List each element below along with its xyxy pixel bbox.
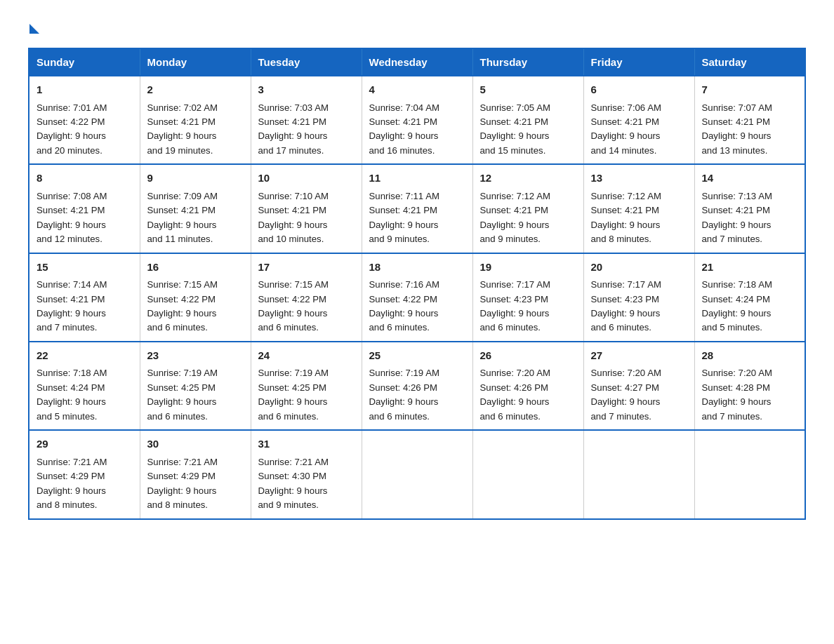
day-number: 3	[258, 82, 355, 98]
day-number: 14	[702, 170, 798, 187]
day-number: 26	[480, 348, 576, 364]
day-number: 4	[369, 82, 465, 98]
day-number: 17	[258, 260, 355, 276]
calendar-day-cell	[362, 430, 472, 518]
calendar-day-cell: 15 Sunrise: 7:14 AMSunset: 4:21 PMDaylig…	[29, 253, 140, 342]
day-number: 5	[480, 82, 576, 98]
day-info: Sunrise: 7:06 AMSunset: 4:21 PMDaylight:…	[591, 102, 661, 156]
calendar-day-cell: 19 Sunrise: 7:17 AMSunset: 4:23 PMDaylig…	[472, 253, 583, 342]
weekday-header-saturday: Saturday	[694, 48, 805, 76]
calendar-day-cell: 22 Sunrise: 7:18 AMSunset: 4:24 PMDaylig…	[29, 342, 140, 430]
day-number: 21	[702, 260, 798, 276]
calendar-day-cell: 29 Sunrise: 7:21 AMSunset: 4:29 PMDaylig…	[29, 430, 140, 518]
day-info: Sunrise: 7:21 AMSunset: 4:29 PMDaylight:…	[37, 457, 107, 510]
day-info: Sunrise: 7:11 AMSunset: 4:21 PMDaylight:…	[369, 191, 439, 244]
day-number: 27	[591, 348, 687, 364]
calendar-day-cell: 30 Sunrise: 7:21 AMSunset: 4:29 PMDaylig…	[140, 430, 251, 518]
logo-arrow-icon	[29, 24, 39, 34]
day-info: Sunrise: 7:20 AMSunset: 4:28 PMDaylight:…	[702, 368, 772, 421]
weekday-header-thursday: Thursday	[472, 48, 583, 76]
calendar-day-cell: 6 Sunrise: 7:06 AMSunset: 4:21 PMDayligh…	[583, 76, 694, 164]
day-number: 30	[147, 436, 244, 452]
day-info: Sunrise: 7:14 AMSunset: 4:21 PMDaylight:…	[37, 279, 107, 333]
day-number: 23	[147, 348, 244, 364]
calendar-week-row: 22 Sunrise: 7:18 AMSunset: 4:24 PMDaylig…	[29, 342, 805, 430]
calendar-header: SundayMondayTuesdayWednesdayThursdayFrid…	[29, 48, 805, 76]
day-number: 10	[258, 170, 355, 187]
day-info: Sunrise: 7:01 AMSunset: 4:22 PMDaylight:…	[37, 102, 107, 156]
day-number: 1	[37, 82, 133, 98]
calendar-day-cell: 1 Sunrise: 7:01 AMSunset: 4:22 PMDayligh…	[29, 76, 140, 164]
calendar-day-cell: 21 Sunrise: 7:18 AMSunset: 4:24 PMDaylig…	[694, 253, 805, 342]
day-number: 22	[37, 348, 133, 364]
day-info: Sunrise: 7:21 AMSunset: 4:30 PMDaylight:…	[258, 457, 329, 510]
day-info: Sunrise: 7:10 AMSunset: 4:21 PMDaylight:…	[258, 191, 329, 244]
day-number: 2	[147, 82, 244, 98]
day-number: 28	[702, 348, 798, 364]
calendar-week-row: 29 Sunrise: 7:21 AMSunset: 4:29 PMDaylig…	[29, 430, 805, 518]
calendar-day-cell: 18 Sunrise: 7:16 AMSunset: 4:22 PMDaylig…	[362, 253, 472, 342]
day-info: Sunrise: 7:04 AMSunset: 4:21 PMDaylight:…	[369, 102, 439, 156]
weekday-header-row: SundayMondayTuesdayWednesdayThursdayFrid…	[29, 48, 805, 76]
day-info: Sunrise: 7:19 AMSunset: 4:25 PMDaylight:…	[147, 368, 218, 421]
calendar-day-cell: 7 Sunrise: 7:07 AMSunset: 4:21 PMDayligh…	[694, 76, 805, 164]
calendar-day-cell: 20 Sunrise: 7:17 AMSunset: 4:23 PMDaylig…	[583, 253, 694, 342]
day-info: Sunrise: 7:08 AMSunset: 4:21 PMDaylight:…	[37, 191, 107, 244]
weekday-header-monday: Monday	[140, 48, 251, 76]
calendar-day-cell: 2 Sunrise: 7:02 AMSunset: 4:21 PMDayligh…	[140, 76, 251, 164]
calendar-day-cell: 16 Sunrise: 7:15 AMSunset: 4:22 PMDaylig…	[140, 253, 251, 342]
calendar-day-cell: 9 Sunrise: 7:09 AMSunset: 4:21 PMDayligh…	[140, 164, 251, 253]
calendar-day-cell: 12 Sunrise: 7:12 AMSunset: 4:21 PMDaylig…	[472, 164, 583, 253]
calendar-table: SundayMondayTuesdayWednesdayThursdayFrid…	[28, 48, 806, 520]
calendar-day-cell: 26 Sunrise: 7:20 AMSunset: 4:26 PMDaylig…	[472, 342, 583, 430]
day-info: Sunrise: 7:16 AMSunset: 4:22 PMDaylight:…	[369, 279, 439, 333]
day-number: 11	[369, 170, 465, 187]
calendar-day-cell	[583, 430, 694, 518]
day-info: Sunrise: 7:19 AMSunset: 4:26 PMDaylight:…	[369, 368, 439, 421]
day-info: Sunrise: 7:17 AMSunset: 4:23 PMDaylight:…	[480, 279, 550, 333]
day-number: 13	[591, 170, 687, 187]
day-number: 25	[369, 348, 465, 364]
day-number: 8	[37, 170, 133, 187]
day-info: Sunrise: 7:15 AMSunset: 4:22 PMDaylight:…	[258, 279, 329, 333]
day-number: 9	[147, 170, 244, 187]
calendar-day-cell: 28 Sunrise: 7:20 AMSunset: 4:28 PMDaylig…	[694, 342, 805, 430]
day-info: Sunrise: 7:12 AMSunset: 4:21 PMDaylight:…	[591, 191, 661, 244]
day-number: 18	[369, 260, 465, 276]
day-info: Sunrise: 7:20 AMSunset: 4:27 PMDaylight:…	[591, 368, 661, 421]
day-info: Sunrise: 7:18 AMSunset: 4:24 PMDaylight:…	[702, 279, 772, 333]
calendar-day-cell: 14 Sunrise: 7:13 AMSunset: 4:21 PMDaylig…	[694, 164, 805, 253]
calendar-day-cell: 4 Sunrise: 7:04 AMSunset: 4:21 PMDayligh…	[362, 76, 472, 164]
day-number: 15	[37, 260, 133, 276]
calendar-day-cell: 23 Sunrise: 7:19 AMSunset: 4:25 PMDaylig…	[140, 342, 251, 430]
calendar-day-cell: 17 Sunrise: 7:15 AMSunset: 4:22 PMDaylig…	[251, 253, 362, 342]
calendar-day-cell: 27 Sunrise: 7:20 AMSunset: 4:27 PMDaylig…	[583, 342, 694, 430]
day-info: Sunrise: 7:17 AMSunset: 4:23 PMDaylight:…	[591, 279, 661, 333]
day-number: 24	[258, 348, 355, 364]
day-number: 6	[591, 82, 687, 98]
calendar-day-cell	[694, 430, 805, 518]
day-number: 20	[591, 260, 687, 276]
calendar-day-cell: 25 Sunrise: 7:19 AMSunset: 4:26 PMDaylig…	[362, 342, 472, 430]
page-header	[28, 21, 806, 34]
weekday-header-wednesday: Wednesday	[362, 48, 472, 76]
day-number: 31	[258, 436, 355, 452]
calendar-day-cell: 13 Sunrise: 7:12 AMSunset: 4:21 PMDaylig…	[583, 164, 694, 253]
calendar-day-cell: 3 Sunrise: 7:03 AMSunset: 4:21 PMDayligh…	[251, 76, 362, 164]
day-number: 19	[480, 260, 576, 276]
calendar-day-cell: 5 Sunrise: 7:05 AMSunset: 4:21 PMDayligh…	[472, 76, 583, 164]
calendar-day-cell	[472, 430, 583, 518]
calendar-week-row: 15 Sunrise: 7:14 AMSunset: 4:21 PMDaylig…	[29, 253, 805, 342]
day-info: Sunrise: 7:03 AMSunset: 4:21 PMDaylight:…	[258, 102, 329, 156]
logo	[28, 21, 39, 34]
weekday-header-friday: Friday	[583, 48, 694, 76]
calendar-body: 1 Sunrise: 7:01 AMSunset: 4:22 PMDayligh…	[29, 76, 805, 519]
calendar-day-cell: 24 Sunrise: 7:19 AMSunset: 4:25 PMDaylig…	[251, 342, 362, 430]
calendar-day-cell: 8 Sunrise: 7:08 AMSunset: 4:21 PMDayligh…	[29, 164, 140, 253]
calendar-week-row: 1 Sunrise: 7:01 AMSunset: 4:22 PMDayligh…	[29, 76, 805, 164]
day-info: Sunrise: 7:15 AMSunset: 4:22 PMDaylight:…	[147, 279, 218, 333]
day-number: 7	[702, 82, 798, 98]
calendar-day-cell: 11 Sunrise: 7:11 AMSunset: 4:21 PMDaylig…	[362, 164, 472, 253]
day-number: 16	[147, 260, 244, 276]
day-number: 12	[480, 170, 576, 187]
